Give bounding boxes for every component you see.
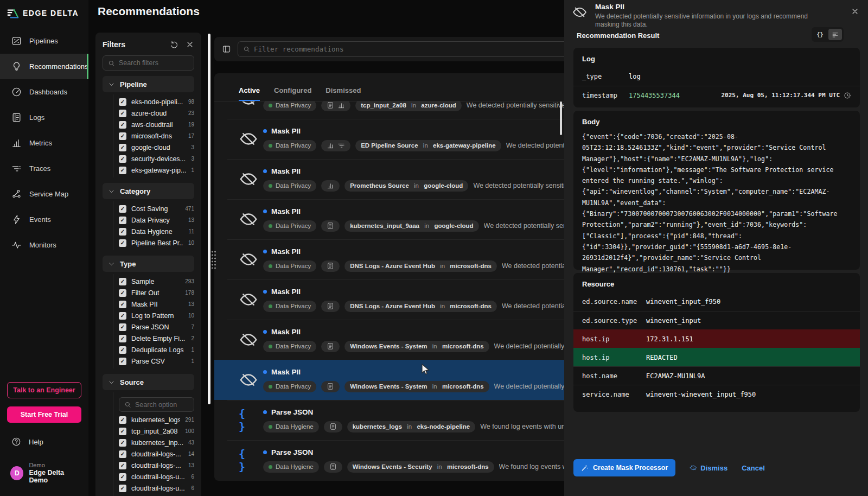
checkbox-checked-icon[interactable]: ✓ [119,473,126,481]
filter-option[interactable]: ✓Sample293 [119,276,194,287]
tab-active[interactable]: Active [239,86,260,101]
recommendation-row[interactable]: Mask PIIData PrivacyDNS Logs - Azure Eve… [214,279,567,320]
recommendation-row[interactable]: { }Parse JSONData HygieneWindows Events … [214,440,567,480]
checkbox-checked-icon[interactable]: ✓ [119,132,126,140]
filter-option[interactable]: ✓Data Hygiene11 [119,226,194,237]
checkbox-checked-icon[interactable]: ✓ [119,144,126,151]
filter-option[interactable]: ✓Filter Out178 [119,287,194,298]
recommendation-row[interactable]: Mask PIIData Privacytcp_input_2a08 in az… [214,101,567,119]
checkbox-checked-icon[interactable]: ✓ [119,289,126,297]
filter-option[interactable]: ✓Data Privacy13 [119,214,194,226]
checkbox-checked-icon[interactable]: ✓ [119,301,126,308]
filter-option[interactable]: ✓Pipeline Best Pr...10 [119,237,194,249]
tab-configured[interactable]: Configured [274,86,311,101]
checkbox-checked-icon[interactable]: ✓ [119,428,126,435]
dismiss-button[interactable]: Dismiss [690,464,727,472]
checkbox-checked-icon[interactable]: ✓ [119,312,126,320]
recommendations-search[interactable] [238,41,567,57]
filter-option[interactable]: ✓Mask PII13 [119,298,194,310]
filter-option[interactable]: ✓security-devices...3 [119,153,194,164]
filter-option[interactable]: ✓Delete Empty Fi...2 [119,333,194,344]
checkbox-checked-icon[interactable]: ✓ [119,485,126,492]
cancel-button[interactable]: Cancel [742,464,765,472]
checkbox-checked-icon[interactable]: ✓ [119,439,126,447]
recommendations-search-input[interactable] [254,45,562,53]
checkbox-checked-icon[interactable]: ✓ [119,228,126,236]
filter-section-header-type[interactable]: Type [103,256,194,272]
checkbox-checked-icon[interactable]: ✓ [119,278,126,285]
recommendation-row[interactable]: Mask PIIData Privacykubernetes_input_9aa… [214,199,567,239]
checkbox-checked-icon[interactable]: ✓ [119,346,126,354]
create-mask-processor-button[interactable]: Create Mask Processor [573,459,675,476]
sidebar-item-dashboards[interactable]: Dashboards [0,79,88,105]
filter-option[interactable]: ✓Parse CSV1 [119,355,194,367]
filter-option[interactable]: ✓cloudtrail-logs-u...6 [119,471,194,482]
help-item[interactable]: Help [11,437,81,447]
sidebar-item-metrics[interactable]: Metrics [0,130,88,156]
brand-logo[interactable]: EDGE DELTA [0,0,88,20]
checkbox-checked-icon[interactable]: ✓ [119,155,126,163]
user-account[interactable]: D Demo Edge Delta Demo [10,462,81,484]
filter-option[interactable]: ✓cloudtrail-logs-...13 [119,460,194,471]
close-detail-icon[interactable] [851,7,859,16]
filter-option[interactable]: ✓Deduplicate Logs1 [119,344,194,355]
filters-search[interactable] [103,55,194,71]
filter-option[interactable]: ✓eks-node-pipeli...98 [119,96,194,107]
close-filters-icon[interactable] [186,40,194,49]
filter-option[interactable]: ✓kubernetes_logs291 [119,414,194,425]
filter-option[interactable]: ✓Windows Events...6 [119,494,194,496]
filter-option[interactable]: ✓microsoft-dns17 [119,130,194,142]
talk-to-engineer-button[interactable]: Talk to an Engineer [7,382,81,398]
checkbox-checked-icon[interactable]: ✓ [119,239,126,247]
sidebar-item-logs[interactable]: Logs [0,105,88,130]
list-scrollbar[interactable] [560,101,562,135]
filter-option[interactable]: ✓cloudtrail-logs-u...6 [119,482,194,494]
checkbox-checked-icon[interactable]: ✓ [119,217,126,224]
collapse-panel-icon[interactable] [222,44,231,54]
filter-option[interactable]: ✓google-cloud3 [119,142,194,153]
source-search[interactable] [119,397,194,412]
sidebar-item-pipelines[interactable]: Pipelines [0,28,88,54]
json-view-button[interactable]: {} [813,29,827,40]
recommendation-row[interactable]: Mask PIIData PrivacyWindows Events - Sys… [214,360,567,400]
checkbox-checked-icon[interactable]: ✓ [119,416,126,424]
sidebar-item-monitors[interactable]: Monitors [0,232,88,258]
filter-section-header-pipeline[interactable]: Pipeline [103,76,194,92]
recommendation-row[interactable]: Mask PIIData PrivacyPrometheus Source in… [214,159,567,199]
checkbox-checked-icon[interactable]: ✓ [119,121,126,129]
reset-filters-icon[interactable] [170,40,178,49]
filter-option[interactable]: ✓azure-cloud23 [119,107,194,119]
sidebar-item-traces[interactable]: Traces [0,156,88,181]
filter-option[interactable]: ✓Log to Pattern10 [119,310,194,321]
checkbox-checked-icon[interactable]: ✓ [119,358,126,365]
checkbox-checked-icon[interactable]: ✓ [119,450,126,458]
recommendation-row[interactable]: { }Parse JSONData Hygienekubernetes_logs… [214,400,567,440]
recommendation-row[interactable]: Mask PIIData PrivacyED Pipeline Source i… [214,119,567,159]
filter-option[interactable]: ✓aws-cloudtrail19 [119,119,194,130]
tab-dismissed[interactable]: Dismissed [326,86,361,101]
sidebar-item-recommendations[interactable]: Recommendations [0,54,88,79]
list-view-button[interactable] [828,29,842,40]
filter-section-header-category[interactable]: Category [103,183,194,199]
checkbox-checked-icon[interactable]: ✓ [119,98,126,106]
filter-option[interactable]: ✓eks-gateway-pip...1 [119,164,194,176]
filter-option[interactable]: ✓kubernetes_inp...43 [119,437,194,448]
filter-option[interactable]: ✓cloudtrail-logs-...14 [119,448,194,460]
filter-section-header-source[interactable]: Source [103,374,194,390]
panel-resize-handle[interactable] [211,250,216,269]
checkbox-checked-icon[interactable]: ✓ [119,167,126,174]
checkbox-checked-icon[interactable]: ✓ [119,110,126,117]
checkbox-checked-icon[interactable]: ✓ [119,323,126,331]
source-search-input[interactable] [135,401,189,409]
filter-option[interactable]: ✓tcp_input_2a08100 [119,425,194,437]
recommendation-row[interactable]: Mask PIIData PrivacyWindows Events - Sys… [214,320,567,360]
filter-option[interactable]: ✓Parse JSON7 [119,321,194,333]
recommendation-row[interactable]: Mask PIIData PrivacyDNS Logs - Azure Eve… [214,239,567,279]
start-free-trial-button[interactable]: Start Free Trial [7,406,81,423]
filter-option[interactable]: ✓Cost Saving471 [119,203,194,214]
sidebar-item-service-map[interactable]: Service Map [0,181,88,207]
filters-search-input[interactable] [119,59,189,67]
checkbox-checked-icon[interactable]: ✓ [119,462,126,469]
checkbox-checked-icon[interactable]: ✓ [119,205,126,213]
filters-scrollbar[interactable] [208,34,210,404]
